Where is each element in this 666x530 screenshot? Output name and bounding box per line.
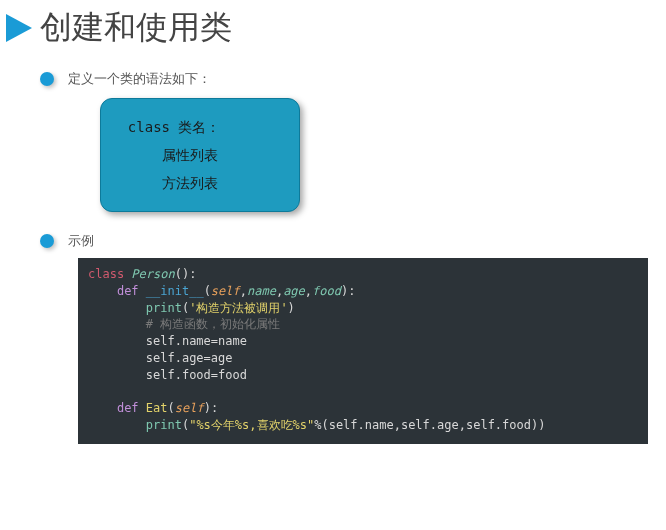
kw-def: def bbox=[117, 284, 139, 298]
paren-colon: (): bbox=[175, 267, 197, 281]
syntax-line-3: 方法列表 bbox=[111, 169, 289, 197]
syntax-line-1: class 类名： bbox=[111, 113, 289, 141]
syntax-box: class 类名： 属性列表 方法列表 bbox=[100, 98, 300, 212]
bullet-syntax: 定义一个类的语法如下： bbox=[40, 70, 666, 88]
kw-class: class bbox=[88, 267, 124, 281]
fn-init: __init__ bbox=[146, 284, 204, 298]
self: self bbox=[211, 284, 240, 298]
comment: # 构造函数，初始化属性 bbox=[146, 317, 280, 331]
bullet-dot-icon bbox=[40, 234, 54, 248]
open-paren: ( bbox=[204, 284, 211, 298]
syntax-line-2: 属性列表 bbox=[111, 141, 289, 169]
slide-title: 创建和使用类 bbox=[40, 6, 232, 50]
bullet-syntax-text: 定义一个类的语法如下： bbox=[68, 70, 211, 88]
bullet-dot-icon bbox=[40, 72, 54, 86]
ctor-string: '构造方法被调用' bbox=[189, 301, 287, 315]
bullet-example-text: 示例 bbox=[68, 232, 94, 250]
print-fn: print bbox=[146, 301, 182, 315]
class-name: Person bbox=[131, 267, 174, 281]
fmt-string: "%s今年%s,喜欢吃%s" bbox=[189, 418, 314, 432]
kw-def: def bbox=[117, 401, 139, 415]
bullet-example: 示例 bbox=[40, 232, 666, 250]
triangle-icon bbox=[6, 14, 32, 42]
fn-eat: Eat bbox=[146, 401, 168, 415]
slide-header: 创建和使用类 bbox=[0, 0, 666, 64]
code-block: class Person(): def __init__(self,name,a… bbox=[78, 258, 648, 444]
